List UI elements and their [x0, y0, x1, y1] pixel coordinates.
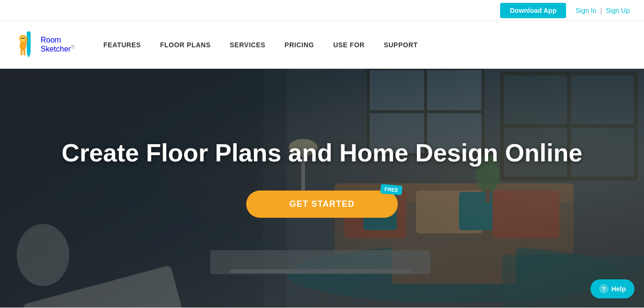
auth-divider: |: [600, 7, 602, 14]
hero-title: Create Floor Plans and Home Design Onlin…: [62, 139, 582, 167]
nav-item-floor-plans[interactable]: FLOOR PLANS: [160, 41, 211, 49]
svg-point-5: [23, 38, 25, 39]
download-app-button[interactable]: Download App: [500, 3, 566, 18]
svg-point-3: [20, 36, 26, 42]
svg-point-6: [20, 41, 26, 51]
svg-rect-0: [27, 32, 31, 53]
free-badge: FREE: [381, 184, 403, 195]
auth-links: Sign In | Sign Up: [576, 7, 630, 14]
svg-point-4: [22, 38, 23, 39]
signup-link[interactable]: Sign Up: [606, 7, 630, 14]
svg-rect-8: [23, 50, 25, 55]
help-icon: ?: [599, 284, 609, 294]
signin-link[interactable]: Sign In: [576, 7, 597, 14]
svg-rect-7: [21, 50, 22, 55]
top-bar: Download App Sign In | Sign Up: [0, 0, 644, 21]
nav-item-pricing[interactable]: PRICING: [284, 41, 314, 49]
nav-item-use-for[interactable]: USE FOR: [333, 41, 365, 49]
logo-icon: [14, 29, 41, 60]
logo-sketcher: Sketcher®: [41, 44, 75, 53]
nav-item-support[interactable]: SUPPORT: [384, 41, 418, 49]
svg-marker-1: [27, 53, 31, 58]
logo-link[interactable]: Room Sketcher®: [14, 29, 75, 60]
hero-section: Create Floor Plans and Home Design Onlin…: [0, 69, 644, 308]
hero-content: Create Floor Plans and Home Design Onlin…: [52, 139, 592, 218]
help-button[interactable]: ? Help: [590, 279, 634, 298]
logo-room: Room: [41, 36, 75, 44]
cta-container: GET STARTED FREE: [246, 191, 398, 218]
nav-item-features[interactable]: FEATURES: [103, 41, 141, 49]
nav-links: FEATURES FLOOR PLANS SERVICES PRICING US…: [103, 41, 418, 49]
logo-text: Room Sketcher®: [41, 36, 75, 54]
get-started-button[interactable]: GET STARTED: [246, 191, 398, 218]
svg-line-9: [26, 38, 27, 43]
help-label: Help: [611, 285, 626, 293]
nav-item-services[interactable]: SERVICES: [230, 41, 266, 49]
navbar: Room Sketcher® FEATURES FLOOR PLANS SERV…: [0, 21, 644, 69]
